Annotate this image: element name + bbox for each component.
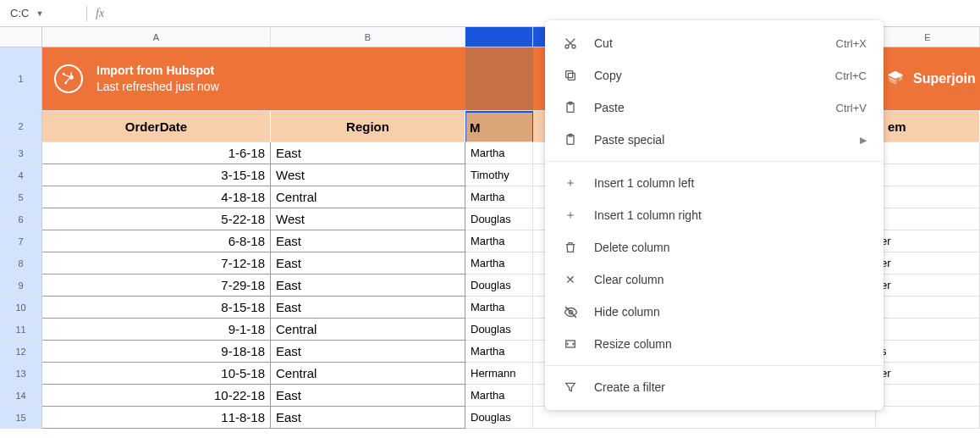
close-icon: ✕ bbox=[562, 273, 579, 286]
row-header-7[interactable]: 7 bbox=[0, 230, 42, 252]
cell-B12[interactable]: East bbox=[271, 341, 465, 363]
cell-A10[interactable]: 8-15-18 bbox=[42, 297, 271, 319]
cell-B9[interactable]: East bbox=[271, 274, 465, 297]
cell-C12[interactable]: Martha bbox=[465, 341, 533, 363]
row-header-15[interactable]: 15 bbox=[0, 407, 42, 429]
cell-C14[interactable]: Martha bbox=[465, 385, 533, 407]
column-header-E[interactable]: E bbox=[876, 27, 980, 47]
cell-E8[interactable]: er bbox=[876, 252, 980, 274]
cell-B11[interactable]: Central bbox=[271, 319, 465, 341]
cell-E6[interactable] bbox=[876, 208, 980, 230]
header-region[interactable]: Region bbox=[271, 111, 465, 142]
menu-copy[interactable]: Copy Ctrl+C bbox=[545, 59, 884, 91]
chevron-down-icon[interactable]: ▼ bbox=[36, 9, 43, 18]
cell-B6[interactable]: West bbox=[271, 208, 465, 230]
cell-B7[interactable]: East bbox=[271, 230, 465, 252]
cell-C3[interactable]: Martha bbox=[465, 142, 533, 164]
cell-B15[interactable]: East bbox=[271, 407, 465, 429]
shortcut: Ctrl+V bbox=[836, 102, 867, 114]
menu-paste-special[interactable]: Paste special ▶ bbox=[545, 124, 884, 156]
cell-E5[interactable] bbox=[876, 186, 980, 208]
menu-clear-column[interactable]: ✕ Clear column bbox=[545, 263, 884, 296]
cell-A15[interactable]: 11-8-18 bbox=[42, 407, 271, 429]
row-header-8[interactable]: 8 bbox=[0, 252, 42, 274]
row-header-1[interactable]: 1 bbox=[0, 47, 42, 111]
cell-A3[interactable]: 1-6-18 bbox=[42, 142, 271, 164]
menu-insert-right[interactable]: ＋ Insert 1 column right bbox=[545, 199, 884, 231]
cell-A11[interactable]: 9-1-18 bbox=[42, 319, 271, 341]
row-header-13[interactable]: 13 bbox=[0, 363, 42, 385]
cell-E15[interactable] bbox=[876, 407, 980, 429]
header-orderdate[interactable]: OrderDate bbox=[42, 111, 271, 142]
cell-A6[interactable]: 5-22-18 bbox=[42, 208, 271, 230]
menu-paste[interactable]: Paste Ctrl+V bbox=[545, 91, 884, 124]
cell-E10[interactable] bbox=[876, 297, 980, 319]
cell-A9[interactable]: 7-29-18 bbox=[42, 274, 271, 297]
name-box[interactable]: C:C ▼ bbox=[10, 7, 78, 19]
column-header-C[interactable] bbox=[465, 27, 533, 47]
cell-C5[interactable]: Martha bbox=[465, 186, 533, 208]
row-header-4[interactable]: 4 bbox=[0, 164, 42, 186]
row-header-11[interactable]: 11 bbox=[0, 319, 42, 341]
row-header-10[interactable]: 10 bbox=[0, 297, 42, 319]
cell-A12[interactable]: 9-18-18 bbox=[42, 341, 271, 363]
row-header-14[interactable]: 14 bbox=[0, 385, 42, 407]
layers-icon bbox=[886, 69, 905, 88]
menu-delete-column[interactable]: Delete column bbox=[545, 231, 884, 263]
cell-E12[interactable]: s bbox=[876, 341, 980, 363]
column-header-B[interactable]: B bbox=[271, 27, 465, 47]
cell-E13[interactable]: er bbox=[876, 363, 980, 385]
cell-C8[interactable]: Martha bbox=[465, 252, 533, 274]
cell-E14[interactable] bbox=[876, 385, 980, 407]
menu-resize-column[interactable]: Resize column bbox=[545, 328, 884, 360]
cell-A7[interactable]: 6-8-18 bbox=[42, 230, 271, 252]
superjoin-label: Superjoin bbox=[913, 71, 976, 86]
svg-rect-5 bbox=[71, 73, 73, 76]
menu-hide-column[interactable]: Hide column bbox=[545, 296, 884, 328]
cell-B14[interactable]: East bbox=[271, 385, 465, 407]
cell-C10[interactable]: Martha bbox=[465, 297, 533, 319]
cell-E4[interactable] bbox=[876, 164, 980, 186]
cell-A8[interactable]: 7-12-18 bbox=[42, 252, 271, 274]
row-header-2[interactable]: 2 bbox=[0, 111, 42, 142]
cell-B5[interactable]: Central bbox=[271, 186, 465, 208]
column-header-A[interactable]: A bbox=[42, 27, 271, 47]
menu-clear-col-label: Clear column bbox=[594, 273, 867, 286]
cell-A14[interactable]: 10-22-18 bbox=[42, 385, 271, 407]
cell-B13[interactable]: Central bbox=[271, 363, 465, 385]
cell-E3[interactable] bbox=[876, 142, 980, 164]
cell-C15[interactable]: Douglas bbox=[465, 407, 533, 429]
header-item[interactable]: em bbox=[876, 111, 980, 142]
corner-select-all[interactable] bbox=[0, 27, 42, 47]
menu-cut[interactable]: Cut Ctrl+X bbox=[545, 27, 884, 59]
cell-C6[interactable]: Douglas bbox=[465, 208, 533, 230]
name-box-value: C:C bbox=[10, 7, 29, 19]
cell-C11[interactable]: Douglas bbox=[465, 319, 533, 341]
cell-E11[interactable] bbox=[876, 319, 980, 341]
cell-C13[interactable]: Hermann bbox=[465, 363, 533, 385]
menu-insert-left[interactable]: ＋ Insert 1 column left bbox=[545, 167, 884, 199]
row-header-6[interactable]: 6 bbox=[0, 208, 42, 230]
cell-B3[interactable]: East bbox=[271, 142, 465, 164]
copy-icon bbox=[562, 69, 579, 82]
row-header-12[interactable]: 12 bbox=[0, 341, 42, 363]
cell-E7[interactable]: er bbox=[876, 230, 980, 252]
menu-create-filter[interactable]: Create a filter bbox=[545, 371, 884, 403]
row-header-3[interactable]: 3 bbox=[0, 142, 42, 164]
cell-C9[interactable]: Douglas bbox=[465, 274, 533, 297]
row-header-9[interactable]: 9 bbox=[0, 274, 42, 297]
row-header-5[interactable]: 5 bbox=[0, 186, 42, 208]
cell-E9[interactable]: er bbox=[876, 274, 980, 297]
cell-A5[interactable]: 4-18-18 bbox=[42, 186, 271, 208]
cell-A4[interactable]: 3-15-18 bbox=[42, 164, 271, 186]
banner-subtitle: Last refreshed just now bbox=[96, 79, 219, 95]
cell-C7[interactable]: Martha bbox=[465, 230, 533, 252]
cell-B10[interactable]: East bbox=[271, 297, 465, 319]
header-manager[interactable]: M bbox=[465, 111, 533, 142]
cell-B4[interactable]: West bbox=[271, 164, 465, 186]
cell-A13[interactable]: 10-5-18 bbox=[42, 363, 271, 385]
cell-B8[interactable]: East bbox=[271, 252, 465, 274]
menu-insert-left-label: Insert 1 column left bbox=[594, 176, 867, 190]
cell-C4[interactable]: Timothy bbox=[465, 164, 533, 186]
trash-icon bbox=[562, 241, 579, 254]
